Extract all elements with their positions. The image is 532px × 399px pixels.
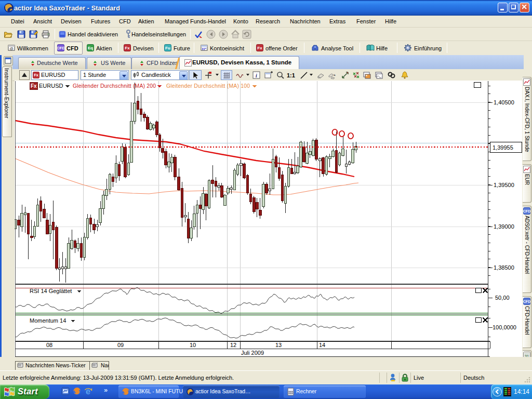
- svg-text:Eq: Eq: [88, 46, 93, 50]
- svg-text:14: 14: [319, 342, 325, 348]
- svg-text:10: 10: [190, 342, 196, 348]
- svg-text:Fx: Fx: [34, 73, 39, 77]
- svg-text:CFD: CFD: [57, 46, 64, 50]
- svg-text:1,39000: 1,39000: [494, 223, 514, 230]
- svg-text:13: 13: [275, 342, 282, 348]
- svg-text:EURUSD: EURUSD: [39, 83, 63, 89]
- svg-text:CFD: CFD: [523, 209, 530, 213]
- svg-text:Fu: Fu: [165, 46, 170, 50]
- svg-text:Fx: Fx: [31, 83, 37, 89]
- svg-text:i: i: [256, 73, 257, 78]
- svg-text:09: 09: [117, 342, 124, 348]
- svg-text:Fx: Fx: [125, 46, 130, 50]
- svg-text:Gleitender Durchschnitt (MA) 2: Gleitender Durchschnitt (MA) 200: [73, 83, 156, 89]
- svg-text:12: 12: [230, 342, 236, 348]
- svg-text:Fx: Fx: [257, 46, 262, 50]
- svg-text:▲: ▲: [333, 73, 336, 76]
- svg-text:1,39500: 1,39500: [494, 182, 514, 188]
- svg-text:RSI 14 Geglättet: RSI 14 Geglättet: [30, 288, 72, 294]
- svg-text:Gleitender Durchschnitt (MA) 1: Gleitender Durchschnitt (MA) 100: [166, 83, 250, 89]
- svg-text:100,0000: 100,0000: [493, 324, 516, 330]
- svg-text:1,40500: 1,40500: [494, 99, 514, 105]
- svg-text:Juli 2009: Juli 2009: [241, 350, 264, 356]
- svg-text:Momentum 14: Momentum 14: [30, 317, 66, 324]
- svg-text:1,38500: 1,38500: [494, 264, 514, 271]
- svg-text:CFD: CFD: [523, 300, 530, 303]
- svg-text:08: 08: [46, 342, 52, 348]
- svg-text:50,00: 50,00: [495, 295, 510, 301]
- svg-text:@: @: [9, 47, 13, 50]
- svg-text:1,39955: 1,39955: [493, 144, 513, 151]
